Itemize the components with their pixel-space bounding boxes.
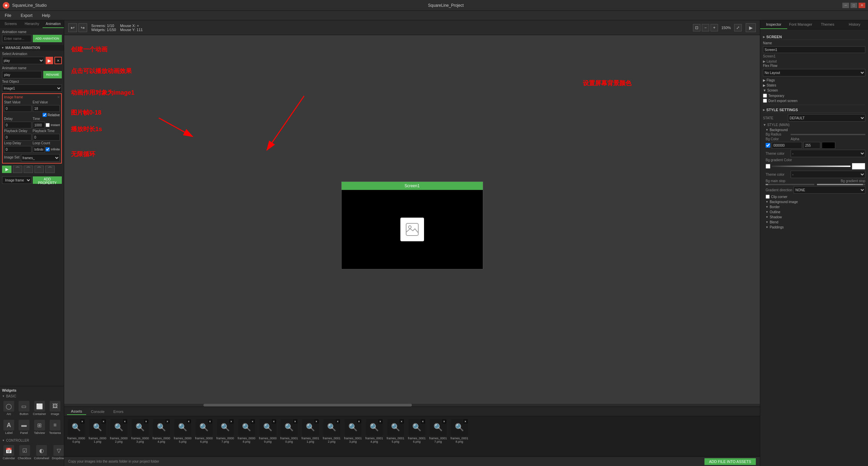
bg-color-checkbox[interactable] xyxy=(766,143,770,148)
tab-hierarchy[interactable]: Hierarchy xyxy=(21,20,43,28)
tab-inspector[interactable]: Inspector xyxy=(760,20,787,29)
list-item[interactable]: 🔍 × frames_00016.png xyxy=(407,419,426,443)
rename-button[interactable]: RENAME xyxy=(43,71,62,78)
clip-corner-checkbox[interactable] xyxy=(766,195,770,199)
widget-image[interactable]: 🖼 Image xyxy=(48,399,62,417)
image-widget[interactable] xyxy=(400,218,424,241)
list-item[interactable]: 🔍 × frames_00005.png xyxy=(173,419,192,443)
tab-screens[interactable]: Screens xyxy=(0,20,21,28)
outline-header[interactable]: Outline xyxy=(766,210,865,214)
tab-font-manager[interactable]: Font Manager xyxy=(787,20,814,29)
img-set-dropdown[interactable]: frames_ xyxy=(21,154,60,162)
asset-close-5[interactable]: × xyxy=(187,419,191,423)
asset-close-0[interactable]: × xyxy=(80,419,84,423)
widget-checkbox[interactable]: ☑ Checkbox xyxy=(17,444,32,461)
list-item[interactable]: 🔍 × frames_00008.png xyxy=(237,419,256,443)
widget-textarea[interactable]: ≡ Textarea xyxy=(48,418,62,436)
widget-calendar[interactable]: 📅 Calendar xyxy=(2,444,16,461)
infinite-checkbox[interactable] xyxy=(46,147,50,151)
widget-arc[interactable]: ◯ Arc xyxy=(2,399,16,417)
bg-radius-slider[interactable] xyxy=(791,134,865,135)
widget-dropdown[interactable]: ▽ Dropdown xyxy=(51,444,64,461)
list-item[interactable]: 🔍 × frames_00018.png xyxy=(450,419,469,443)
scrollbar-thumb[interactable] xyxy=(203,404,412,407)
asset-close-15[interactable]: × xyxy=(400,419,404,423)
pb-time-input[interactable] xyxy=(33,134,60,141)
add-property-button[interactable]: ADD PROPERTY xyxy=(33,176,62,184)
list-item[interactable]: 🔍 × frames_00003.png xyxy=(131,419,149,443)
test-object-dropdown[interactable]: Image1 xyxy=(2,84,62,92)
horizontal-scrollbar[interactable] xyxy=(64,404,760,407)
end-value-input[interactable] xyxy=(33,105,60,112)
anim-name-value-input[interactable] xyxy=(2,71,42,78)
gradient-stop-slider[interactable] xyxy=(817,184,866,185)
widget-tabview[interactable]: ⊞ Tabview xyxy=(32,418,47,436)
delete-anim-button[interactable]: ✕ xyxy=(54,57,62,64)
asset-close-6[interactable]: × xyxy=(208,419,212,423)
gradient-dir-dropdown[interactable]: NONE xyxy=(794,186,865,194)
menu-help[interactable]: Help xyxy=(40,13,52,19)
states-header[interactable]: ▶ States xyxy=(763,83,776,87)
state-dropdown[interactable]: DEFAULT xyxy=(788,114,865,122)
redo-button[interactable]: ↪ xyxy=(78,23,87,32)
expand-button[interactable]: ⤢ xyxy=(734,24,742,31)
asset-close-16[interactable]: × xyxy=(421,419,425,423)
pb-delay-input[interactable] xyxy=(4,134,31,141)
loop-count-input[interactable] xyxy=(33,146,45,153)
bg-color-input[interactable] xyxy=(772,142,802,149)
minimize-button[interactable]: ─ xyxy=(842,3,849,8)
list-item[interactable]: 🔍 × frames_00006.png xyxy=(195,419,213,443)
list-item[interactable]: 🔍 × frames_00015.png xyxy=(386,419,405,443)
tab-errors[interactable]: Errors xyxy=(109,409,127,415)
instant-checkbox[interactable] xyxy=(46,123,50,127)
close-button[interactable]: ✕ xyxy=(859,3,865,8)
fit-screen-button[interactable]: ⊡ xyxy=(693,24,700,31)
time-input[interactable] xyxy=(33,122,45,128)
list-item[interactable]: 🔍 × frames_00013.png xyxy=(344,419,362,443)
theme-color-dropdown[interactable]: - xyxy=(791,150,865,157)
pb-curve2-btn[interactable]: ⌒ xyxy=(24,166,33,173)
relative-checkbox[interactable] xyxy=(43,113,47,117)
menu-file[interactable]: File xyxy=(3,13,13,19)
background-header[interactable]: Background xyxy=(766,128,865,132)
asset-close-1[interactable]: × xyxy=(102,419,106,423)
bg-gradient-slider[interactable] xyxy=(772,166,850,167)
main-stop-slider[interactable] xyxy=(766,184,814,185)
asset-close-13[interactable]: × xyxy=(357,419,361,423)
asset-close-8[interactable]: × xyxy=(251,419,255,423)
zoom-in-button[interactable]: + xyxy=(711,24,718,31)
widget-button[interactable]: ▭ Button xyxy=(17,399,31,417)
style-main-header[interactable]: ▼ STYLE (MAIN) xyxy=(763,123,865,127)
bg-image-header[interactable]: Background image xyxy=(766,200,865,204)
list-item[interactable]: 🔍 × frames_00011.png xyxy=(301,419,320,443)
temporary-checkbox[interactable] xyxy=(763,94,767,98)
list-item[interactable]: 🔍 × frames_00000.png xyxy=(67,419,85,443)
asset-close-12[interactable]: × xyxy=(336,419,340,423)
select-animation-dropdown[interactable]: play xyxy=(2,57,44,64)
screen-name-input[interactable] xyxy=(763,46,865,53)
border-header[interactable]: Border xyxy=(766,205,865,209)
widget-label[interactable]: A Label xyxy=(2,418,16,436)
canvas-area[interactable]: 创建一个动画 点击可以播放动画效果 动画作用对象为image1 图片帧0-18 … xyxy=(64,35,760,407)
screen-canvas[interactable]: Screen1 xyxy=(341,181,483,269)
asset-close-10[interactable]: × xyxy=(293,419,297,423)
dont-export-checkbox[interactable] xyxy=(763,99,767,103)
add-file-button[interactable]: ADD FILE INTO ASSETS xyxy=(704,458,756,465)
shadow-header[interactable]: Shadow xyxy=(766,215,865,219)
pb-curve4-btn[interactable]: ⌒ xyxy=(45,166,55,173)
tab-history[interactable]: History xyxy=(841,20,868,29)
anim-name-input[interactable] xyxy=(2,35,31,42)
tab-themes[interactable]: Themes xyxy=(814,20,841,29)
list-item[interactable]: 🔍 × frames_00002.png xyxy=(109,419,128,443)
asset-close-7[interactable]: × xyxy=(229,419,233,423)
pb-play-btn[interactable]: ▶ xyxy=(2,166,11,173)
widget-panel[interactable]: ▬ Panel xyxy=(17,418,31,436)
list-item[interactable]: 🔍 × frames_00010.png xyxy=(280,419,298,443)
list-item[interactable]: 🔍 × frames_00009.png xyxy=(258,419,277,443)
maximize-button[interactable]: □ xyxy=(850,3,857,8)
tab-animation[interactable]: Animation xyxy=(43,20,64,28)
color-preview[interactable] xyxy=(822,142,835,149)
add-animation-button[interactable]: ADD ANIMATION xyxy=(33,35,62,42)
pb-curve1-btn[interactable]: ⌒ xyxy=(13,166,22,173)
asset-close-14[interactable]: × xyxy=(378,419,382,423)
